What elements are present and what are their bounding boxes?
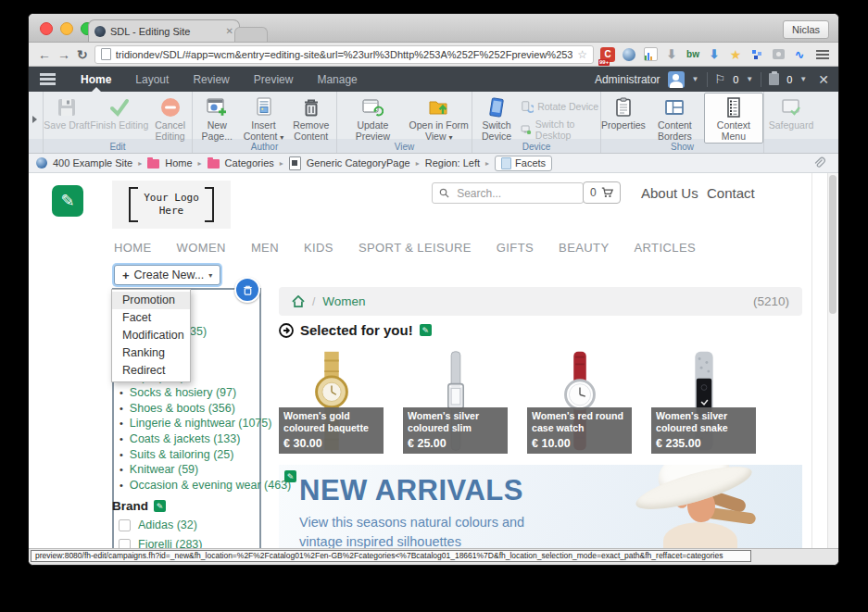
home-icon[interactable] bbox=[292, 295, 305, 307]
camera-extension-icon[interactable] bbox=[771, 47, 786, 62]
minimize-window-button[interactable] bbox=[60, 22, 73, 35]
breadcrumb-home[interactable]: Home bbox=[165, 157, 192, 169]
content-borders-button[interactable]: Content Borders bbox=[646, 95, 704, 142]
back-icon[interactable]: ← bbox=[38, 48, 51, 61]
breadcrumb-site[interactable]: 400 Example Site bbox=[53, 157, 132, 169]
ribbon-hamburger-icon[interactable] bbox=[40, 73, 56, 85]
menu-item-promotion[interactable]: Promotion bbox=[112, 292, 190, 309]
safeguard-button[interactable]: Safeguard bbox=[769, 95, 813, 131]
titlebar[interactable]: SDL - Editing Site ✕ Niclas bbox=[29, 14, 838, 43]
current-category-link[interactable]: Women bbox=[322, 294, 365, 308]
breadcrumb-categories[interactable]: Categories bbox=[225, 157, 274, 169]
user-avatar[interactable] bbox=[668, 71, 685, 88]
tab-review[interactable]: Review bbox=[181, 67, 241, 92]
new-page-button[interactable]: New Page... bbox=[196, 95, 237, 142]
nav-home[interactable]: HOME bbox=[114, 241, 152, 255]
menu-item-redirect[interactable]: Redirect bbox=[112, 362, 190, 380]
reload-icon[interactable]: ↻ bbox=[77, 48, 88, 61]
category-link[interactable]: Coats & jackets (133) bbox=[130, 432, 241, 445]
cart-button[interactable]: 0 bbox=[583, 181, 621, 204]
menu-item-ranking[interactable]: Ranking bbox=[112, 344, 190, 362]
tab-layout[interactable]: Layout bbox=[123, 67, 181, 92]
clipboard-icon[interactable] bbox=[769, 73, 779, 85]
browser-profile-button[interactable]: Niclas bbox=[783, 20, 829, 39]
brand-link[interactable]: Adidas (32) bbox=[138, 518, 197, 531]
user-name[interactable]: Administrator bbox=[595, 73, 660, 86]
analytics-extension-icon[interactable] bbox=[643, 47, 658, 62]
flag-caret-icon[interactable]: ▼ bbox=[746, 75, 753, 83]
site-logo[interactable]: Your Logo Here bbox=[112, 181, 231, 229]
context-menu-button[interactable]: Context Menu bbox=[704, 93, 763, 144]
insert-content-button[interactable]: Insert Content ▾ bbox=[242, 95, 286, 142]
download-extension-icon[interactable]: ⬇ bbox=[664, 47, 679, 62]
tab-home[interactable]: Home bbox=[69, 67, 123, 92]
forward-icon[interactable]: → bbox=[57, 48, 70, 61]
product-card[interactable]: Women's gold coloured baquette set watch… bbox=[279, 349, 384, 454]
nav-articles[interactable]: ARTICLES bbox=[634, 241, 696, 255]
about-us-link[interactable]: About Us bbox=[641, 185, 698, 201]
nav-beauty[interactable]: BEAUTY bbox=[559, 241, 609, 255]
new-arrivals-banner[interactable]: ✎ NEW ARRIVALS View this seasons natural… bbox=[279, 465, 802, 548]
product-card[interactable]: Women's silver coloured slim bracele... … bbox=[403, 349, 508, 454]
downloads-blue-extension-icon[interactable]: ⬇ bbox=[707, 47, 722, 62]
contact-link[interactable]: Contact bbox=[707, 185, 755, 201]
browser-tab[interactable]: SDL - Editing Site ✕ bbox=[88, 19, 240, 42]
checkbox[interactable] bbox=[119, 539, 131, 549]
flag-icon[interactable]: ⚐ bbox=[715, 72, 726, 86]
brand-link[interactable]: Fiorelli (283) bbox=[138, 538, 202, 548]
close-window-button[interactable] bbox=[40, 22, 53, 35]
properties-button[interactable]: Properties bbox=[601, 95, 646, 131]
browser-menu-icon[interactable] bbox=[816, 50, 829, 59]
bookmark-star-icon[interactable]: ☆ bbox=[577, 48, 587, 61]
edit-component-icon[interactable]: ✎ bbox=[154, 500, 166, 512]
bookmark-extension-icon[interactable]: ★ bbox=[728, 47, 743, 62]
address-bar[interactable]: tridiondev/SDL/#app=wcm&entry=editing-si… bbox=[94, 45, 594, 64]
delete-region-button[interactable] bbox=[234, 277, 260, 303]
create-new-button[interactable]: + Create New... ▾ bbox=[114, 265, 220, 285]
category-link[interactable]: Shoes & boots (356) bbox=[130, 402, 235, 415]
close-editor-icon[interactable]: ✕ bbox=[818, 72, 829, 87]
remove-content-button[interactable]: Remove Content bbox=[290, 95, 333, 142]
url-text[interactable]: tridiondev/SDL/#app=wcm&entry=editing-si… bbox=[116, 49, 573, 60]
bw-extension-icon[interactable]: bw bbox=[686, 47, 700, 62]
cancel-editing-button[interactable]: Cancel Editing bbox=[149, 95, 192, 142]
update-preview-button[interactable]: Update Preview bbox=[339, 95, 406, 142]
switch-device-button[interactable]: Switch Device bbox=[472, 95, 521, 142]
breadcrumb-facets-chip[interactable]: Facets bbox=[495, 156, 552, 171]
clipboard-caret-icon[interactable]: ▼ bbox=[799, 75, 807, 83]
wave-extension-icon[interactable]: ∿ bbox=[792, 47, 807, 62]
nav-kids[interactable]: KIDS bbox=[304, 241, 333, 255]
finish-editing-button[interactable]: Finish Editing bbox=[90, 95, 148, 131]
tab-manage[interactable]: Manage bbox=[305, 67, 369, 92]
save-draft-button[interactable]: Save Draft bbox=[44, 95, 90, 131]
product-card[interactable]: Women's silver coloured snake print... €… bbox=[651, 349, 756, 454]
globe-extension-icon[interactable] bbox=[622, 47, 636, 62]
category-link[interactable]: Suits & tailoring (25) bbox=[130, 448, 234, 461]
rotate-device-button[interactable]: Rotate Device bbox=[521, 100, 600, 113]
menu-item-facet[interactable]: Facet bbox=[112, 309, 190, 327]
search-input[interactable] bbox=[455, 186, 576, 201]
scrollbar-thumb[interactable] bbox=[829, 175, 837, 314]
category-link[interactable]: Knitwear (59) bbox=[130, 463, 198, 476]
edit-page-button[interactable]: ✎ bbox=[52, 185, 83, 217]
category-link[interactable]: Socks & hosiery (97) bbox=[130, 386, 236, 399]
ribbon-collapse-handle[interactable] bbox=[29, 92, 44, 153]
edit-component-icon[interactable]: ✎ bbox=[420, 324, 432, 336]
nav-sport-leisure[interactable]: SPORT & LEISURE bbox=[359, 241, 472, 255]
nav-women[interactable]: WOMEN bbox=[177, 241, 226, 255]
search-box[interactable] bbox=[432, 182, 584, 204]
new-tab-nub[interactable] bbox=[234, 27, 268, 42]
product-card[interactable]: Women's red round case watch € 10.00 bbox=[527, 349, 632, 454]
tab-preview[interactable]: Preview bbox=[242, 67, 306, 92]
paperclip-icon[interactable] bbox=[812, 156, 825, 169]
adblock-extension-icon[interactable]: C 99+ bbox=[600, 47, 615, 62]
tab-close-icon[interactable]: ✕ bbox=[226, 26, 233, 36]
category-link[interactable]: Lingerie & nightwear (1075) bbox=[130, 417, 272, 430]
category-link[interactable]: Occasion & evening wear (463) bbox=[130, 479, 291, 492]
breadcrumb-region[interactable]: Region: Left bbox=[425, 157, 480, 169]
user-caret-icon[interactable]: ▼ bbox=[692, 75, 699, 83]
nav-men[interactable]: MEN bbox=[251, 241, 279, 255]
nav-gifts[interactable]: GIFTS bbox=[497, 241, 534, 255]
scrollbar[interactable] bbox=[827, 173, 837, 548]
open-in-form-view-button[interactable]: Open in Form View ▾ bbox=[409, 95, 470, 142]
